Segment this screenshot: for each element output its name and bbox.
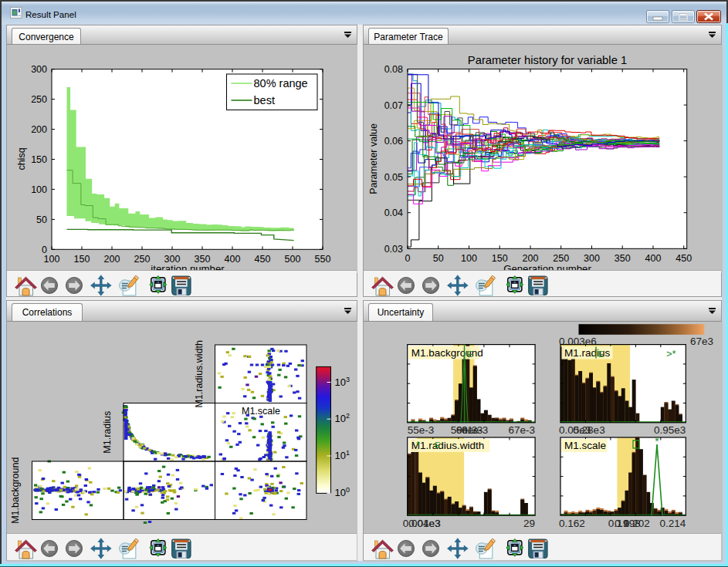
svg-text:50: 50 <box>433 253 444 264</box>
svg-text:450: 450 <box>676 253 692 264</box>
svg-text:67e-3: 67e-3 <box>509 424 536 436</box>
svg-text:chisq: chisq <box>16 147 27 170</box>
svg-text:55e-3: 55e-3 <box>408 424 435 436</box>
svg-text:250: 250 <box>134 254 151 265</box>
svg-text:300: 300 <box>584 253 600 264</box>
svg-text:300: 300 <box>31 64 47 75</box>
svg-text:100: 100 <box>461 253 477 264</box>
svg-text:200: 200 <box>523 253 539 264</box>
svg-text:150: 150 <box>492 253 508 264</box>
svg-text:M1.radius.width: M1.radius.width <box>194 340 205 408</box>
svg-text:E: E <box>467 349 472 359</box>
svg-text:Parameter value: Parameter value <box>368 123 379 194</box>
svg-text:0.05: 0.05 <box>384 172 403 183</box>
svg-text:200: 200 <box>31 124 47 135</box>
svg-text:0.202: 0.202 <box>624 518 650 529</box>
svg-text:0.28e3: 0.28e3 <box>573 424 604 436</box>
svg-text:29: 29 <box>523 518 535 529</box>
svg-text:150: 150 <box>31 154 47 165</box>
svg-text:100: 100 <box>44 254 60 265</box>
svg-text:550: 550 <box>315 254 331 265</box>
svg-text:>*: >* <box>666 348 676 359</box>
svg-text:0.162: 0.162 <box>559 518 585 529</box>
svg-text:0.08: 0.08 <box>384 64 403 75</box>
svg-text:450: 450 <box>255 254 271 265</box>
svg-text:M1.scale: M1.scale <box>242 406 280 417</box>
svg-text:M1.radius.width: M1.radius.width <box>411 440 485 451</box>
svg-text:*: * <box>416 439 420 451</box>
svg-text:250: 250 <box>553 253 569 264</box>
svg-text:0: 0 <box>405 253 411 264</box>
svg-text:80% range: 80% range <box>254 77 308 89</box>
svg-text:250: 250 <box>31 94 47 105</box>
svg-text:0.214: 0.214 <box>660 518 686 529</box>
svg-text:500: 500 <box>285 254 301 265</box>
svg-text:0.06: 0.06 <box>384 136 403 147</box>
svg-text:*: * <box>655 435 659 447</box>
svg-text:0.03: 0.03 <box>384 244 403 255</box>
svg-text:M1.background: M1.background <box>10 457 21 524</box>
svg-text:0.04e3: 0.04e3 <box>408 518 440 529</box>
svg-text:M1.scale: M1.scale <box>564 440 606 451</box>
svg-text:400: 400 <box>645 253 662 264</box>
svg-text:400: 400 <box>225 254 241 265</box>
svg-text:Parameter history for variable: Parameter history for variable 1 <box>468 54 627 66</box>
svg-text:E: E <box>598 349 604 359</box>
svg-text:350: 350 <box>615 253 631 264</box>
svg-text:M1.radius: M1.radius <box>102 411 113 454</box>
svg-text:150: 150 <box>74 254 90 265</box>
svg-text:200: 200 <box>104 254 120 265</box>
svg-text:best: best <box>254 94 275 106</box>
svg-text:100: 100 <box>31 184 47 195</box>
svg-text:0.04: 0.04 <box>384 208 403 218</box>
svg-text:E: E <box>435 440 440 450</box>
svg-text:50: 50 <box>36 214 47 225</box>
svg-text:67e3: 67e3 <box>690 336 713 347</box>
svg-text:0.07: 0.07 <box>384 100 403 111</box>
svg-text:0: 0 <box>42 245 47 255</box>
svg-text:61e-3: 61e-3 <box>462 424 489 436</box>
